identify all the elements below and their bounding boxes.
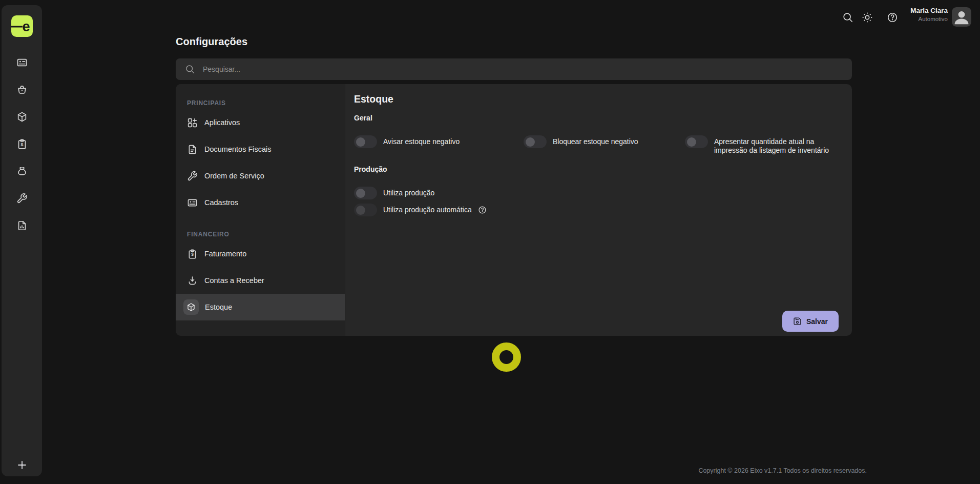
cube-icon [183,299,199,315]
nav-item-estoque[interactable]: Estoque [176,294,345,320]
search-icon[interactable] [842,12,853,23]
nav-item-contas-a-receber[interactable]: Contas a Receber [176,267,345,294]
content-title: Estoque [354,93,852,106]
wrench-icon [187,171,198,182]
user-menu[interactable]: Maria Clara Automotivo [910,7,948,22]
page-title: Configurações [176,36,247,48]
nav-item-ordem-de-servico[interactable]: Ordem de Serviço [176,163,345,189]
toggle-label: Bloquear estoque negativo [553,135,638,146]
save-button-label: Salvar [806,317,828,326]
sidebar-icon-rail: $ [16,57,28,231]
settings-nav: PRINCIPAIS Aplicativos [176,84,345,336]
nav-section-financeiro: FINANCEIRO [176,228,345,240]
package-icon[interactable] [16,111,28,123]
toggle-row-bloquear-estoque-negativo: Bloquear estoque negativo [524,135,685,148]
nav-section-principais: PRINCIPAIS [176,97,345,109]
user-name: Maria Clara [910,7,948,14]
add-icon[interactable] [16,459,28,471]
logo-letter: e [22,19,30,34]
toggle-row-apresentar-quantidade: Apresentar quantidade atual na impressão… [685,135,852,155]
geral-toggle-grid: Avisar estoque negativo Bloquear estoque… [354,135,852,155]
group-label-producao: Produção [354,165,852,174]
basket-icon[interactable] [16,84,28,95]
avatar[interactable] [952,7,971,27]
nav-item-label: Documentos Fiscais [204,145,272,153]
money-bag-icon[interactable] [16,166,28,177]
nav-item-aplicativos[interactable]: Aplicativos [176,109,345,136]
nav-item-label: Aplicativos [204,118,240,127]
toggle-row-utiliza-producao: Utiliza produção [354,187,852,199]
settings-panel: PRINCIPAIS Aplicativos [176,84,852,336]
invoice-dollar-icon[interactable]: $ [16,138,28,150]
search-input[interactable] [203,65,852,73]
toggle-row-utiliza-producao-automatica: Utiliza produção automática [354,204,852,216]
help-icon[interactable] [478,206,487,214]
app-logo[interactable]: e [11,15,33,37]
nav-item-label: Faturamento [204,250,246,258]
save-button[interactable]: Salvar [782,311,839,332]
user-role: Automotivo [910,16,948,22]
settings-search-bar [176,58,852,80]
toggle-label: Utiliza produção automática [383,204,472,214]
loading-spinner [492,342,521,372]
document-icon [187,144,198,155]
toggle-utiliza-producao[interactable] [354,187,377,199]
nav-item-documentos-fiscais[interactable]: Documentos Fiscais [176,136,345,163]
pos-card-icon[interactable] [16,57,28,68]
clipboard-dollar-icon: $ [187,249,198,259]
app-root: e [0,0,980,484]
toggle-row-avisar-estoque-negativo: Avisar estoque negativo [354,135,524,148]
toggle-label: Utiliza produção [383,187,434,197]
wrench-icon[interactable] [16,193,28,204]
save-icon [793,317,802,326]
nav-item-cadastros[interactable]: Cadastros [176,189,345,216]
toggle-bloquear-estoque-negativo[interactable] [524,135,547,148]
nav-item-label: Cadastros [204,198,238,207]
grid-plus-icon [187,117,198,128]
footer-copyright: Copyright © 2026 Eixo v1.7.1 Todos os di… [698,467,867,474]
id-card-icon [187,197,198,208]
search-input-icon [185,64,195,74]
app-sidebar: e [2,5,42,476]
download-icon [187,275,198,286]
brightness-icon[interactable] [862,12,873,23]
svg-text:$: $ [20,142,23,147]
toggle-utiliza-producao-automatica[interactable] [354,204,377,216]
nav-item-label: Ordem de Serviço [204,172,264,180]
nav-item-label: Estoque [205,303,232,311]
settings-content: Estoque Geral Avisar estoque negativo Bl… [346,84,852,336]
nav-item-faturamento[interactable]: $ Faturamento [176,240,345,267]
report-file-icon[interactable] [16,220,28,231]
toggle-apresentar-quantidade[interactable] [685,135,708,148]
svg-text:$: $ [191,252,194,257]
help-icon[interactable] [887,12,898,23]
toggle-label: Avisar estoque negativo [383,135,460,146]
nav-item-label: Contas a Receber [204,276,264,285]
group-label-geral: Geral [354,114,852,123]
toggle-label: Apresentar quantidade atual na impressão… [714,135,848,155]
toggle-avisar-estoque-negativo[interactable] [354,135,377,148]
